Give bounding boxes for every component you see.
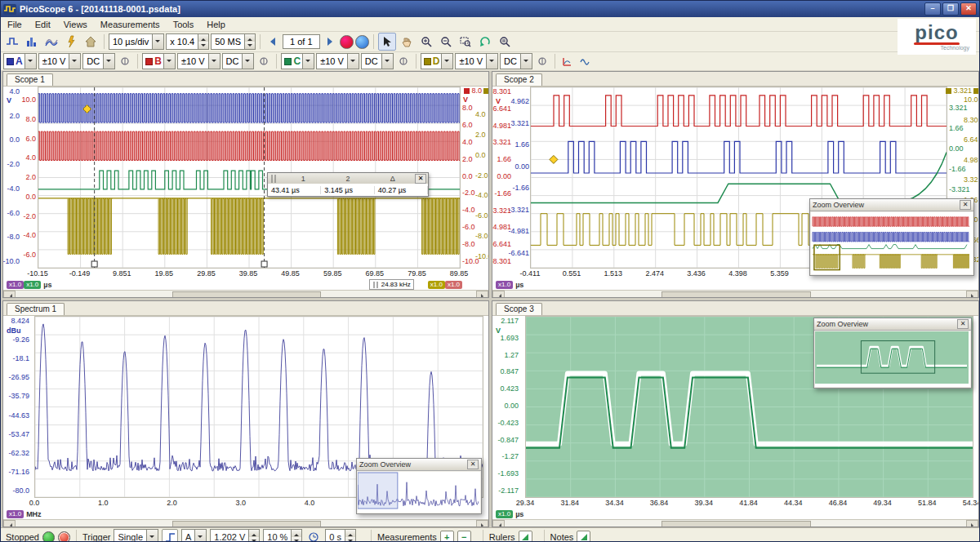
zoom-factor-badge[interactable]: x1.0 bbox=[496, 510, 513, 518]
stepper-arrows[interactable] bbox=[248, 530, 259, 542]
trigger-mode-select[interactable]: Single bbox=[114, 529, 158, 542]
stop-capture-button[interactable] bbox=[58, 531, 70, 542]
trigger-level-stepper[interactable]: 1.202 V bbox=[210, 529, 260, 542]
zoom-factor-badge[interactable]: x1.0 bbox=[7, 281, 24, 289]
scroll-left-button[interactable] bbox=[3, 520, 16, 527]
stepper-arrows[interactable] bbox=[198, 34, 208, 49]
zoom-in-button[interactable] bbox=[417, 33, 435, 51]
stepper-arrows[interactable] bbox=[244, 34, 255, 49]
rulers-button[interactable] bbox=[519, 531, 532, 542]
menu-measurements[interactable]: Measurements bbox=[94, 19, 167, 30]
spectrum-view-button[interactable] bbox=[23, 33, 41, 51]
zoom-factor-badge[interactable]: x1.0 bbox=[496, 281, 513, 289]
zoom-factor-stepper[interactable]: x 10.4 bbox=[166, 33, 209, 50]
maximize-button[interactable]: ❐ bbox=[942, 2, 959, 16]
scroll-track[interactable] bbox=[16, 291, 476, 298]
pointer-tool-button[interactable] bbox=[378, 33, 396, 51]
prev-buffer-button[interactable] bbox=[265, 33, 281, 50]
timebase-select[interactable]: 10 µs/div bbox=[109, 33, 164, 50]
undo-zoom-button[interactable] bbox=[476, 33, 494, 51]
channel-a-range-select[interactable]: ±10 V bbox=[38, 53, 82, 69]
channel-d-coupling-select[interactable]: DC bbox=[500, 53, 532, 69]
menu-views[interactable]: Views bbox=[57, 19, 94, 30]
close-icon[interactable]: ✕ bbox=[960, 200, 971, 210]
scope1-plot[interactable]: 1 2 Δ ✕ 43.41 µs 3.145 µs 40.27 µs bbox=[38, 87, 461, 269]
next-buffer-button[interactable] bbox=[322, 33, 338, 50]
samples-stepper[interactable]: 50 MS bbox=[211, 33, 256, 50]
scope2-hscrollbar[interactable] bbox=[492, 290, 978, 298]
remove-measurement-button[interactable]: − bbox=[457, 531, 471, 542]
trigger-delay-button[interactable] bbox=[305, 529, 322, 542]
zoom-factor-badge[interactable]: x1.0 bbox=[428, 281, 445, 289]
channel-c-range-select[interactable]: ±10 V bbox=[316, 53, 359, 69]
channel-b-coupling-select[interactable]: DC bbox=[222, 53, 255, 69]
zoom-overview-window[interactable]: Zoom Overview ✕ bbox=[809, 198, 974, 276]
channel-b-button[interactable]: B bbox=[142, 53, 176, 69]
zoom-full-button[interactable] bbox=[496, 33, 514, 51]
hand-tool-button[interactable] bbox=[398, 33, 416, 51]
replay-button[interactable] bbox=[355, 35, 369, 49]
scroll-thumb[interactable] bbox=[172, 521, 321, 527]
pretrigger-stepper[interactable]: 10 % bbox=[263, 529, 302, 542]
xy-mode-button[interactable] bbox=[559, 53, 576, 69]
channel-d-button[interactable]: D bbox=[421, 53, 454, 69]
scope3-hscrollbar[interactable] bbox=[492, 519, 978, 527]
channel-b-options-button[interactable] bbox=[256, 53, 272, 69]
scope-view-button[interactable] bbox=[3, 33, 21, 51]
close-icon[interactable]: ✕ bbox=[957, 319, 969, 329]
close-icon[interactable]: ✕ bbox=[467, 460, 479, 469]
close-button[interactable]: ✕ bbox=[960, 2, 977, 16]
scope1-hscrollbar[interactable] bbox=[3, 290, 488, 298]
persistence-view-button[interactable] bbox=[42, 33, 60, 51]
scroll-thumb[interactable] bbox=[662, 521, 811, 527]
channel-a-button[interactable]: A bbox=[3, 53, 37, 69]
scroll-track[interactable] bbox=[505, 520, 966, 527]
trigger-edge-button[interactable] bbox=[162, 529, 178, 542]
scroll-track[interactable] bbox=[16, 520, 476, 527]
scroll-left-button[interactable] bbox=[492, 520, 505, 527]
channel-a-options-button[interactable] bbox=[117, 53, 133, 69]
channel-d-range-select[interactable]: ±10 V bbox=[455, 53, 498, 69]
zoom-factor-badge[interactable]: x1.0 bbox=[445, 281, 462, 289]
scroll-track[interactable] bbox=[505, 291, 966, 298]
home-button[interactable] bbox=[82, 33, 100, 51]
tab-scope1[interactable]: Scope 1 bbox=[7, 73, 53, 86]
trigger-source-select[interactable]: A bbox=[181, 529, 207, 542]
menu-file[interactable]: File bbox=[1, 19, 29, 30]
stepper-arrows[interactable] bbox=[345, 530, 355, 542]
scroll-thumb[interactable] bbox=[172, 291, 321, 298]
zoom-factor-badge[interactable]: x1.0 bbox=[24, 281, 41, 289]
menu-edit[interactable]: Edit bbox=[29, 19, 57, 30]
add-measurement-button[interactable]: + bbox=[440, 531, 454, 542]
scroll-right-button[interactable] bbox=[476, 291, 488, 298]
tab-scope2[interactable]: Scope 2 bbox=[496, 73, 542, 86]
holdoff-stepper[interactable]: 0 s bbox=[325, 529, 356, 542]
channel-c-options-button[interactable] bbox=[395, 53, 412, 69]
legend-close-icon[interactable]: ✕ bbox=[415, 174, 426, 184]
minimize-button[interactable]: – bbox=[924, 2, 941, 16]
scroll-right-button[interactable] bbox=[476, 520, 488, 527]
time-rulers-legend[interactable]: 1 2 Δ ✕ 43.41 µs 3.145 µs 40.27 µs bbox=[267, 172, 429, 197]
probe-wizard-button[interactable] bbox=[62, 33, 80, 51]
spectrum1-hscrollbar[interactable] bbox=[3, 519, 488, 527]
scroll-right-button[interactable] bbox=[966, 520, 978, 527]
channel-c-coupling-select[interactable]: DC bbox=[361, 53, 394, 69]
marquee-zoom-button[interactable] bbox=[457, 33, 474, 51]
start-capture-button[interactable] bbox=[42, 531, 55, 542]
tab-spectrum1[interactable]: Spectrum 1 bbox=[7, 303, 65, 315]
channel-d-options-button[interactable] bbox=[534, 53, 550, 69]
menu-tools[interactable]: Tools bbox=[167, 19, 201, 30]
tab-scope3[interactable]: Scope 3 bbox=[496, 303, 542, 315]
zoom-overview-window[interactable]: Zoom Overview ✕ bbox=[813, 318, 972, 389]
zoom-out-button[interactable] bbox=[437, 33, 455, 51]
record-button[interactable] bbox=[340, 35, 354, 49]
channel-a-coupling-select[interactable]: DC bbox=[82, 53, 115, 69]
channel-c-button[interactable]: C bbox=[281, 53, 314, 69]
awg-button[interactable] bbox=[577, 53, 594, 69]
scroll-left-button[interactable] bbox=[3, 291, 16, 298]
channel-b-range-select[interactable]: ±10 V bbox=[177, 53, 220, 69]
scroll-left-button[interactable] bbox=[492, 291, 505, 298]
zoom-overview-window[interactable]: Zoom Overview ✕ bbox=[356, 458, 482, 514]
stepper-arrows[interactable] bbox=[291, 530, 301, 542]
scroll-thumb[interactable] bbox=[662, 291, 811, 298]
